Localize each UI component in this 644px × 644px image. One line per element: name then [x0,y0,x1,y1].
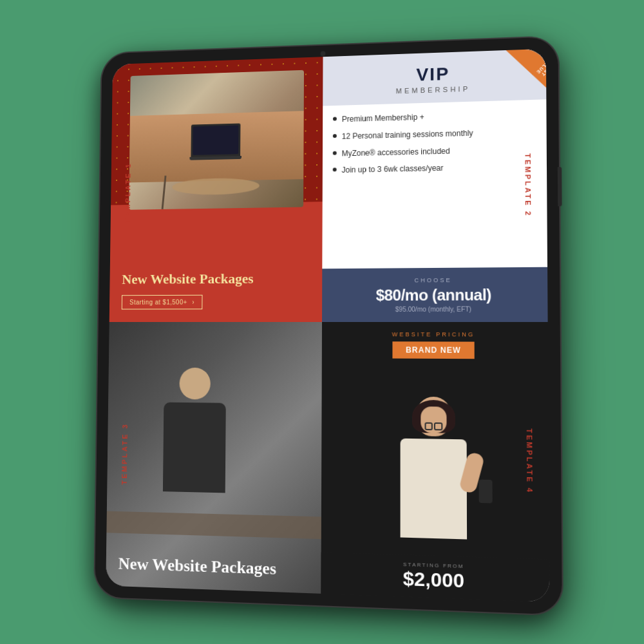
woman-face [421,406,446,433]
phone-object [479,480,493,504]
person-head [180,368,211,400]
template1-cta-button[interactable]: Starting at $1,500+ › [122,295,203,310]
feature-text-3: MyZone® accessories included [342,146,450,159]
vip-features-list: Premium Membership + 12 Personal trainin… [322,99,547,269]
template4-image [321,365,549,559]
feature-text-1: Premium Membership + [342,112,424,125]
template4-panel: WEBSITE PRICING BRAND NEW [321,322,549,602]
template4-footer: STARTING FROM $2,000 [321,552,549,602]
template3-panel: New Website Packages [106,322,322,594]
feature-text-2: 12 Personal training sessions monthly [342,128,473,142]
choose-label: CHOOSE [337,276,531,284]
monthly-price: $95.00/mo (monthly, EFT) [337,305,531,313]
template1-panel: New Website Packages Starting at $1,500+… [109,57,323,322]
template1-btn-label: Starting at $1,500+ [129,299,187,306]
laptop-lid [191,124,240,157]
person-body [163,402,226,493]
website-pricing-label: WEBSITE PRICING [332,331,537,338]
laptop-screen [193,126,238,155]
template1-arrow-icon: › [192,299,194,306]
glass-lens-left [424,422,433,430]
people-scene [106,322,322,594]
annual-price: $80/mo (annual) [337,286,531,305]
best-value-text: BEST VALUE [529,53,548,84]
vip-pricing-section: CHOOSE $80/mo (annual) $95.00/mo (monthl… [322,267,548,322]
template1-title: New Website Packages [122,270,309,288]
template1-content: New Website Packages Starting at $1,500+… [122,270,310,310]
bullet-icon [333,117,337,121]
feature-text-4: Join up to 3 6wk classes/year [342,163,444,176]
list-item: Join up to 3 6wk classes/year [333,161,533,176]
laptop-scene [129,70,304,210]
tablet-device: TEMPLATE 1 TEMPLATE 2 TEMPLATE 3 TEMPLAT… [90,42,554,602]
desk-surface [106,511,321,539]
woman-figure [381,396,488,557]
brand-new-badge: BRAND NEW [393,341,475,359]
screen-content: New Website Packages Starting at $1,500+… [106,49,549,602]
template3-side-label: TEMPLATE 3 [120,422,129,484]
template1-image [129,70,304,210]
woman-body [401,439,467,540]
list-item: 12 Personal training sessions monthly [333,126,533,142]
glasses [424,422,442,431]
vip-header: BEST VALUE VIP MEMBERSHIP [323,49,546,106]
bullet-icon [333,134,337,138]
template1-side-label: TEMPLATE 1 [124,162,131,222]
tablet-body: TEMPLATE 1 TEMPLATE 2 TEMPLATE 3 TEMPLAT… [95,37,562,615]
power-button [558,167,562,206]
tablet-camera [321,51,326,56]
glass-lens-right [434,422,442,430]
tablet-screen: TEMPLATE 1 TEMPLATE 2 TEMPLATE 3 TEMPLAT… [106,49,549,602]
template4-side-label: TEMPLATE 4 [526,428,534,494]
template2-panel: BEST VALUE VIP MEMBERSHIP Premium Member… [322,49,548,322]
person-figure [138,367,252,509]
bullet-icon [333,168,337,172]
template2-side-label: TEMPLATE 2 [524,153,532,216]
laptop [191,124,240,157]
list-item: MyZone® accessories included [333,144,533,159]
list-item: Premium Membership + [333,109,533,125]
bullet-icon [333,151,337,155]
template4-header: WEBSITE PRICING BRAND NEW [322,322,548,366]
woman-head [415,397,452,437]
